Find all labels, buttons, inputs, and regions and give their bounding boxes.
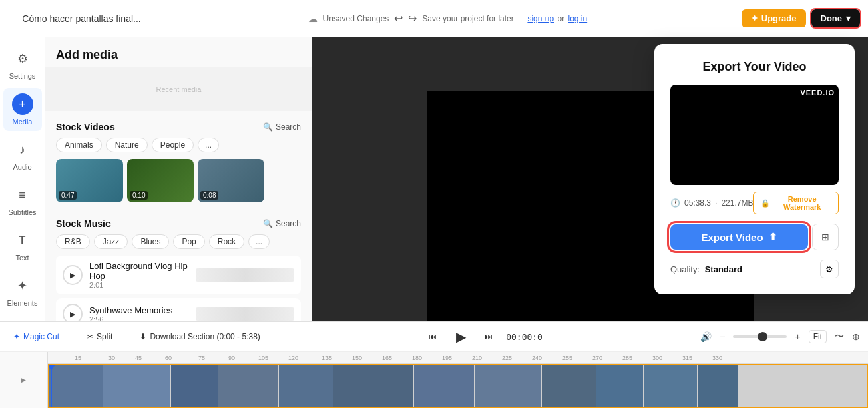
music-item-1: ▶ Lofi Background Vlog Hip Hop 2:01 xyxy=(56,256,301,294)
ruler-tick-75: 75 xyxy=(198,355,205,361)
ruler-tick-105: 105 xyxy=(258,355,268,361)
video-thumb-3[interactable]: 0:08 xyxy=(198,159,264,202)
redo-button[interactable]: ↪ xyxy=(408,12,417,25)
chevron-down-icon: ▾ xyxy=(846,13,851,23)
magic-cut-icon: ✦ xyxy=(13,332,20,341)
topbar: Cómo hacer pantallas final... ☁ Unsaved … xyxy=(0,0,868,37)
sidebar-item-elements[interactable]: ✦ Elements xyxy=(3,270,42,313)
tag-animals[interactable]: Animals xyxy=(56,138,102,152)
ruler-tick-180: 180 xyxy=(412,355,422,361)
play-pause-button[interactable]: ▶ xyxy=(450,326,471,347)
stock-music-title: Stock Music xyxy=(56,218,111,229)
skip-back-button[interactable]: ⏮ xyxy=(423,329,442,344)
sidebar-item-audio[interactable]: ♪ Audio xyxy=(3,134,42,176)
elements-icon: ✦ xyxy=(12,275,33,296)
tag-jazz[interactable]: Jazz xyxy=(94,234,128,249)
ruler-tick-90: 90 xyxy=(228,355,235,361)
done-button[interactable]: Done ▾ xyxy=(811,9,861,27)
stock-videos-search[interactable]: 🔍 Search xyxy=(263,122,301,132)
download-icon: ⬇ xyxy=(140,332,146,341)
ruler-tick-195: 195 xyxy=(442,355,452,361)
tag-rnb[interactable]: R&B xyxy=(56,234,90,249)
export-meta-left: 🕐 05:38.3 · 221.7MB xyxy=(670,198,753,208)
video-thumb-2[interactable]: 0:10 xyxy=(127,159,194,202)
search-music-icon: 🔍 xyxy=(263,219,273,228)
quality-settings-button[interactable]: ⚙ xyxy=(820,260,839,278)
export-video-button[interactable]: Export Video ⬆ xyxy=(670,224,808,250)
tag-rock[interactable]: Rock xyxy=(209,234,244,249)
music-waveform-2 xyxy=(196,307,295,321)
split-button[interactable]: ✂ Split xyxy=(81,329,118,344)
quality-value: Standard xyxy=(705,264,742,274)
topbar-title: Cómo hacer pantallas final... xyxy=(8,13,155,24)
ruler-tick-270: 270 xyxy=(592,355,602,361)
music-title-2: Synthwave Memories xyxy=(89,305,189,315)
playhead-arrow xyxy=(48,365,55,370)
topbar-center: ☁ Unsaved Changes ↩ ↪ Save your project … xyxy=(163,12,734,25)
download-section-button[interactable]: ⬇ Download Section (0:00 - 5:38) xyxy=(134,329,265,344)
gear-icon: ⚙ xyxy=(12,48,33,69)
video-thumb-1[interactable]: 0:47 xyxy=(56,159,123,202)
sidebar-item-media[interactable]: + Media xyxy=(3,88,42,131)
sidebar-item-settings[interactable]: ⚙ Settings xyxy=(3,43,42,85)
track-label-inner: ▶ xyxy=(21,377,26,383)
track-label-text: ▶ xyxy=(21,377,26,383)
music-duration-1: 2:01 xyxy=(89,281,189,289)
stock-music-section: Stock Music 🔍 Search R&B Jazz Blues Pop … xyxy=(45,213,312,339)
ruler-tick-15: 15 xyxy=(75,355,81,361)
tag-nature[interactable]: Nature xyxy=(106,138,148,152)
stock-music-header: Stock Music 🔍 Search xyxy=(56,218,301,229)
skip-forward-button[interactable]: ⏭ xyxy=(479,329,498,344)
ruler-tick-255: 255 xyxy=(562,355,572,361)
export-size: 221.7MB xyxy=(721,198,753,208)
quality-row: Quality: Standard ⚙ xyxy=(670,260,839,278)
tag-more-videos[interactable]: ... xyxy=(198,138,219,152)
undo-button[interactable]: ↩ xyxy=(394,12,403,25)
ruler-tick-60: 60 xyxy=(165,355,172,361)
video-duration-3: 0:08 xyxy=(200,191,218,200)
tag-people[interactable]: People xyxy=(152,138,194,152)
magic-cut-button[interactable]: ✦ Magic Cut xyxy=(8,329,65,344)
ruler-tick-210: 210 xyxy=(472,355,482,361)
music-info-2: Synthwave Memories 2:56 xyxy=(89,305,189,323)
stock-videos-tags: Animals Nature People ... xyxy=(56,138,301,152)
stock-music-search[interactable]: 🔍 Search xyxy=(263,219,301,228)
stock-videos-section: Stock Videos 🔍 Search Animals Nature Peo… xyxy=(45,116,312,208)
audio-icon: ♪ xyxy=(12,139,33,160)
export-alt-button[interactable]: ⊞ xyxy=(812,224,839,250)
track-label: ▶ xyxy=(0,352,48,408)
play-track-1-button[interactable]: ▶ xyxy=(63,265,83,285)
search-icon: 🔍 xyxy=(263,122,273,132)
log-in-link[interactable]: log in xyxy=(568,14,587,23)
tag-blues[interactable]: Blues xyxy=(132,234,169,249)
text-icon: T xyxy=(12,230,33,251)
sidebar-item-text[interactable]: T Text xyxy=(3,224,42,267)
split-icon: ✂ xyxy=(87,332,93,341)
time-display: 00:00:0 xyxy=(506,332,543,342)
export-time: 05:38.3 xyxy=(684,198,711,208)
stock-videos-title: Stock Videos xyxy=(56,122,115,132)
ruler-tick-135: 135 xyxy=(322,355,332,361)
recent-media-strip: Recent media xyxy=(45,67,312,111)
export-actions: Export Video ⬆ ⊞ xyxy=(670,224,839,250)
export-modal: Export Your Video VEED.IO 🕐 05:38.3 · 22… xyxy=(654,44,855,294)
sidebar-item-subtitles[interactable]: ≡ Subtitles xyxy=(3,179,42,222)
ruler-tick-285: 285 xyxy=(622,355,632,361)
grid-icon: ⊞ xyxy=(821,232,829,242)
stock-music-tags: R&B Jazz Blues Pop Rock ... xyxy=(56,234,301,249)
track-seg-10 xyxy=(596,365,643,407)
ruler-tick-165: 165 xyxy=(382,355,392,361)
panel-title: Add media xyxy=(45,37,312,67)
tag-more-music[interactable]: ... xyxy=(248,234,270,249)
upgrade-button[interactable]: ✦ Upgrade xyxy=(742,9,806,27)
topbar-right: ✦ Upgrade Done ▾ xyxy=(742,9,860,27)
remove-watermark-button[interactable]: 🔒 Remove Watermark xyxy=(753,192,839,214)
upload-icon: ⬆ xyxy=(769,231,777,243)
ruler-tick-45: 45 xyxy=(135,355,142,361)
tag-pop[interactable]: Pop xyxy=(173,234,204,249)
video-duration-1: 0:47 xyxy=(59,191,77,200)
clock-icon: 🕐 xyxy=(670,198,680,208)
track-seg-8 xyxy=(475,365,541,407)
playhead xyxy=(51,365,52,407)
sign-up-link[interactable]: sign up xyxy=(527,14,554,23)
